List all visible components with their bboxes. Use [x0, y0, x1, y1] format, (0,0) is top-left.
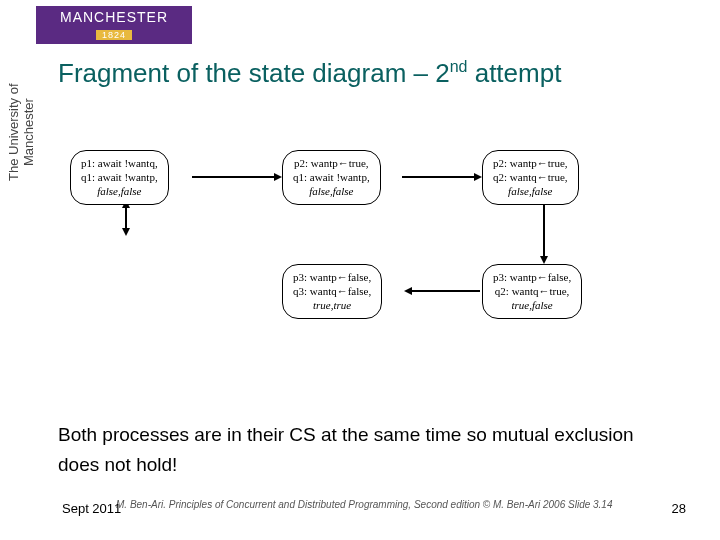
- arrow-head-right-icon: [474, 173, 482, 181]
- arrow-line: [543, 204, 545, 260]
- title-prefix: Fragment of the state diagram – 2: [58, 58, 450, 88]
- state-line: q3: wantq←false,: [293, 285, 371, 299]
- slide-title: Fragment of the state diagram – 2nd atte…: [58, 58, 561, 89]
- side-institution-text: The University of Manchester: [6, 52, 28, 212]
- university-logo: MANCHESTER 1824: [36, 6, 192, 44]
- arrow-line: [192, 176, 278, 178]
- state-node-2: p2: wantp←true, q1: await !wantp, false,…: [282, 150, 381, 205]
- state-values: false,false: [493, 185, 568, 199]
- arrow-line: [410, 290, 480, 292]
- title-superscript: nd: [450, 58, 468, 75]
- state-line: q1: await !wantp,: [293, 171, 370, 185]
- footer-date: Sept 2011: [62, 501, 121, 516]
- state-line: p3: wantp←false,: [493, 271, 571, 285]
- state-line: p3: wantp←false,: [293, 271, 371, 285]
- state-line: p2: wantp←true,: [493, 157, 568, 171]
- logo-year: 1824: [96, 30, 132, 40]
- state-values: true,false: [493, 299, 571, 313]
- state-node-1: p1: await !wantq, q1: await !wantp, fals…: [70, 150, 169, 205]
- page-number: 28: [672, 501, 686, 516]
- state-node-5: p3: wantp←false, q2: wantq←true, true,fa…: [482, 264, 582, 319]
- arrow-head-right-icon: [274, 173, 282, 181]
- arrow-line: [402, 176, 478, 178]
- state-node-3: p2: wantp←true, q2: wantq←true, false,fa…: [482, 150, 579, 205]
- state-values: false,false: [81, 185, 158, 199]
- arrow-head-down-icon: [122, 228, 130, 236]
- state-line: p1: await !wantq,: [81, 157, 158, 171]
- state-line: q2: wantq←true,: [493, 171, 568, 185]
- state-line: q1: await !wantp,: [81, 171, 158, 185]
- state-diagram: p1: await !wantq, q1: await !wantp, fals…: [70, 150, 670, 370]
- state-values: false,false: [293, 185, 370, 199]
- state-line: p2: wantp←true,: [293, 157, 370, 171]
- logo-text: MANCHESTER: [36, 9, 192, 25]
- arrow-head-down-icon: [540, 256, 548, 264]
- footer-credit: M. Ben-Ari. Principles of Concurrent and…: [116, 499, 613, 510]
- state-line: q2: wantq←true,: [493, 285, 571, 299]
- title-suffix: attempt: [467, 58, 561, 88]
- conclusion-text: Both processes are in their CS at the sa…: [58, 420, 658, 481]
- state-values: true,true: [293, 299, 371, 313]
- arrow-head-left-icon: [404, 287, 412, 295]
- state-node-4: p3: wantp←false, q3: wantq←false, true,t…: [282, 264, 382, 319]
